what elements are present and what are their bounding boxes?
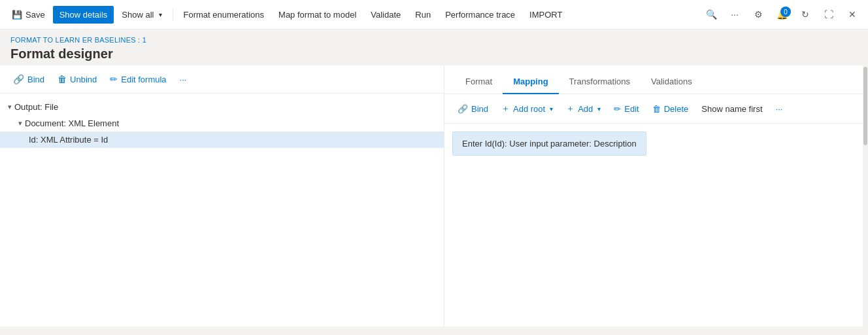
breadcrumb-text: FORMAT TO LEARN ER BASELINES : [10,36,140,44]
left-more-button[interactable]: ··· [175,71,192,88]
left-more-label: ··· [180,75,187,84]
format-enumerations-button[interactable]: Format enumerations [177,6,271,24]
format-enumerations-label: Format enumerations [184,10,265,20]
right-more-button[interactable]: ··· [771,101,788,117]
close-button[interactable]: ✕ [842,4,863,25]
right-link-icon: 🔗 [458,104,468,114]
map-format-to-model-label: Map format to model [278,10,356,20]
save-label: Save [25,10,45,20]
tab-mapping-label: Mapping [513,77,548,86]
plus-icon: ＋ [501,103,510,115]
show-all-button[interactable]: Show all ▾ [115,6,168,24]
tab-transformations-label: Transformations [569,77,630,86]
right-more-label: ··· [776,104,783,114]
delete-label: Delete [664,104,689,114]
notification-badge: 0 [780,7,791,17]
add-label: Add [578,104,593,114]
left-toolbar: 🔗 Bind 🗑 Unbind ✏ Edit formula ··· [0,65,444,94]
show-details-button[interactable]: Show details [53,6,114,24]
tab-mapping[interactable]: Mapping [503,70,558,94]
toolbar-separator [173,8,173,21]
show-all-label: Show all [122,10,154,20]
tree-area: ▾ Output: File ▾ Document: XML Element I… [0,94,444,326]
pencil-icon: ✏ [110,74,118,84]
delete-button[interactable]: 🗑 Delete [647,101,694,117]
tree-item-label: Id: XML Attribute = Id [29,135,108,145]
breadcrumb-number: 1 [142,36,146,44]
edit-label: Edit [624,104,639,114]
unbind-label: Unbind [70,75,97,84]
plus2-icon: ＋ [566,103,575,115]
header-area: FORMAT TO LEARN ER BASELINES : 1 Format … [0,29,868,65]
refresh-button[interactable]: ↻ [795,4,816,25]
show-name-first-label: Show name first [701,104,762,114]
right-toolbar: 🔗 Bind ＋ Add root ▾ ＋ Add ▾ ✏ Edit 🗑 Del… [444,94,868,124]
search-button[interactable]: 🔍 [701,4,722,25]
performance-trace-label: Performance trace [445,10,515,20]
right-bind-label: Bind [471,104,488,114]
import-button[interactable]: IMPORT [523,6,569,24]
add-chevron-icon: ▾ [597,105,601,113]
mapping-card: Enter Id(Id): User input parameter: Desc… [452,132,646,156]
save-icon: 💾 [12,10,22,20]
save-button[interactable]: 💾 Save [5,6,52,24]
bind-button[interactable]: 🔗 Bind [8,71,50,88]
show-details-label: Show details [59,10,108,20]
notifications-button[interactable]: 🔔 0 [771,4,792,25]
main-content: 🔗 Bind 🗑 Unbind ✏ Edit formula ··· ▾ Out… [0,65,868,326]
add-root-button[interactable]: ＋ Add root ▾ [496,99,558,118]
more-options-button[interactable]: ··· [724,4,745,25]
tab-format-label: Format [465,77,492,86]
left-pane: 🔗 Bind 🗑 Unbind ✏ Edit formula ··· ▾ Out… [0,65,444,326]
tree-item-document[interactable]: ▾ Document: XML Element [0,115,444,132]
performance-trace-button[interactable]: Performance trace [439,6,522,24]
show-name-first-button[interactable]: Show name first [696,101,767,117]
scrollbar-thumb[interactable] [863,67,867,145]
validate-button[interactable]: Validate [364,6,407,24]
tab-transformations[interactable]: Transformations [559,70,641,94]
tab-format[interactable]: Format [455,70,503,94]
run-label: Run [415,10,431,20]
edit-formula-button[interactable]: ✏ Edit formula [105,71,171,88]
tab-validations-label: Validations [651,77,692,86]
bind-label: Bind [27,75,44,84]
add-root-chevron-icon: ▾ [550,105,553,113]
edit-formula-label: Edit formula [121,75,166,84]
map-format-to-model-button[interactable]: Map format to model [272,6,363,24]
right-bind-button[interactable]: 🔗 Bind [452,101,493,117]
tree-item-id[interactable]: Id: XML Attribute = Id [0,132,444,148]
link-icon: 🔗 [13,74,24,84]
unbind-button[interactable]: 🗑 Unbind [52,71,102,88]
tree-item-label: Document: XML Element [25,118,119,128]
trash-icon: 🗑 [652,104,661,114]
run-button[interactable]: Run [409,6,437,24]
add-root-label: Add root [513,104,545,114]
validate-label: Validate [371,10,401,20]
right-pane: Format Mapping Transformations Validatio… [444,65,868,326]
add-button[interactable]: ＋ Add ▾ [561,99,606,118]
edit-button[interactable]: ✏ Edit [609,101,644,117]
settings-button[interactable]: ⚙ [748,4,769,25]
breadcrumb: FORMAT TO LEARN ER BASELINES : 1 [10,36,858,44]
scrollbar[interactable] [863,65,868,326]
import-label: IMPORT [529,10,562,20]
main-toolbar: 💾 Save Show details Show all ▾ Format en… [0,0,868,29]
collapse-icon: ▾ [18,119,22,128]
right-content: Enter Id(Id): User input parameter: Desc… [444,124,868,326]
tab-validations[interactable]: Validations [641,70,703,94]
tree-item-label: Output: File [14,102,58,112]
maximize-button[interactable]: ⛶ [818,4,839,25]
more-options-label: ··· [731,9,739,20]
tabs: Format Mapping Transformations Validatio… [444,65,868,94]
unlink-icon: 🗑 [58,74,67,84]
collapse-icon: ▾ [8,103,12,111]
edit-pencil-icon: ✏ [614,104,621,114]
page-title: Format designer [10,46,858,62]
tree-item-output[interactable]: ▾ Output: File [0,99,444,115]
toolbar-right: 🔍 ··· ⚙ 🔔 0 ↻ ⛶ ✕ [701,4,863,25]
show-all-chevron-icon: ▾ [159,11,162,18]
mapping-card-text: Enter Id(Id): User input parameter: Desc… [462,139,637,149]
